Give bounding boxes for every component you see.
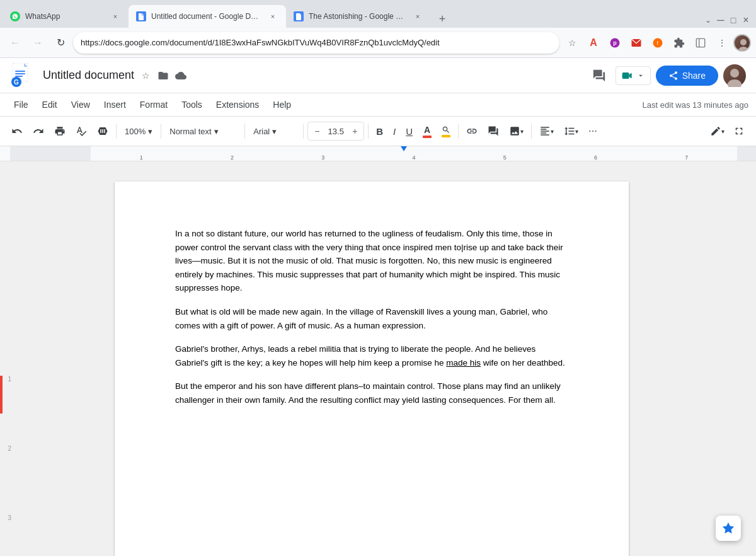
insert-image-button[interactable]: ▾	[505, 122, 527, 141]
spellcheck-button[interactable]	[72, 122, 91, 141]
sidebar-toggle-icon[interactable]	[690, 33, 711, 53]
document-title[interactable]: Untitled document	[43, 69, 134, 82]
docs-app-icon: G	[10, 62, 35, 90]
tab-whatsapp[interactable]: WhatsApp ×	[3, 5, 129, 28]
paragraph-1: In a not so distant future, our world ha…	[175, 227, 568, 295]
line-spacing-button[interactable]: ▾	[560, 122, 582, 141]
bold-label: B	[376, 126, 383, 137]
comments-button[interactable]	[588, 64, 610, 87]
browser-profile-avatar[interactable]	[733, 34, 751, 52]
window-controls: ⌄ ─ □ ×	[703, 15, 756, 28]
menu-tools[interactable]: Tools	[175, 97, 209, 112]
address-bar-row: ← → ↻ ☆ A p t ⋮	[0, 28, 756, 58]
forward-button[interactable]: →	[28, 33, 48, 53]
svg-rect-13	[15, 73, 25, 74]
docs-header: G Untitled document ☆	[0, 58, 756, 93]
redo-button[interactable]	[29, 122, 48, 141]
docs-user-avatar[interactable]	[723, 64, 746, 87]
cloud-save-icon[interactable]	[175, 69, 187, 82]
extension-icon-red[interactable]: A	[583, 33, 604, 53]
address-input[interactable]	[73, 32, 559, 54]
svg-rect-12	[15, 71, 25, 72]
extension-icon-orange[interactable]: t	[648, 33, 668, 53]
back-button[interactable]: ←	[5, 33, 25, 53]
new-tab-button[interactable]: +	[433, 10, 451, 28]
svg-point-18	[730, 69, 739, 78]
separator-2	[161, 124, 161, 139]
highlight-color-button[interactable]	[438, 122, 454, 141]
paragraph-3-underlined: made his	[446, 358, 481, 368]
menu-bar: File Edit View Insert Format Tools Exten…	[0, 93, 756, 116]
style-dropdown[interactable]: Normal text ▾	[165, 122, 241, 141]
gdocs-favicon-icon-2	[294, 11, 304, 21]
comment-indicator	[0, 376, 3, 414]
increase-font-size-button[interactable]: +	[348, 125, 361, 137]
text-color-button[interactable]: A	[419, 122, 435, 141]
extension-icon-email[interactable]	[626, 33, 646, 53]
menu-view[interactable]: View	[65, 97, 96, 112]
separator-4	[303, 124, 304, 139]
link-button[interactable]	[462, 122, 481, 141]
tab-astonishing[interactable]: The Astonishing - Google Docs ×	[286, 5, 431, 28]
minimize-icon[interactable]: ─	[716, 15, 726, 25]
reload-button[interactable]: ↻	[50, 33, 71, 53]
paragraph-3-text-part2: wife on her deathbed.	[481, 358, 565, 368]
zoom-dropdown[interactable]: 100% ▾	[120, 122, 157, 141]
paragraph-4-text: But the emperor and his son have differe…	[175, 381, 561, 405]
more-formatting-button[interactable]: ⋯	[585, 122, 601, 141]
font-size-input[interactable]	[324, 127, 347, 136]
svg-text:G: G	[14, 79, 19, 86]
meet-button[interactable]	[616, 66, 651, 85]
menu-format[interactable]: Format	[134, 97, 174, 112]
font-chevron-icon: ▾	[272, 127, 277, 136]
menu-insert[interactable]: Insert	[98, 97, 132, 112]
menu-help[interactable]: Help	[266, 97, 297, 112]
separator-3	[244, 124, 245, 139]
underline-label: U	[406, 126, 413, 137]
print-button[interactable]	[50, 122, 69, 141]
italic-button[interactable]: I	[389, 122, 399, 141]
tab-close-untitled[interactable]: ×	[267, 11, 278, 22]
menu-extensions[interactable]: Extensions	[210, 97, 265, 112]
tab-title-astonishing: The Astonishing - Google Docs	[309, 12, 407, 21]
paragraph-1-text: In a not so distant future, our world ha…	[175, 229, 563, 292]
paint-format-button[interactable]	[93, 122, 112, 141]
underline-button[interactable]: U	[402, 122, 416, 141]
chevron-down-icon[interactable]: ⌄	[703, 15, 713, 25]
editing-mode-button[interactable]: ▾	[706, 122, 728, 141]
browser-toolbar-icons: ☆ A p t ⋮	[562, 33, 751, 53]
decrease-font-size-button[interactable]: −	[311, 125, 323, 137]
maximize-icon[interactable]: □	[728, 15, 738, 25]
extensions-puzzle-icon[interactable]	[669, 33, 689, 53]
alignment-button[interactable]: ▾	[536, 122, 558, 141]
menu-edit[interactable]: Edit	[36, 97, 64, 112]
paragraph-3: Gabriel's brother, Arhys, leads a rebel …	[175, 342, 568, 369]
menu-file[interactable]: File	[8, 97, 35, 112]
star-icon[interactable]: ☆	[139, 69, 152, 82]
ai-assistant-button[interactable]	[716, 516, 741, 541]
tab-close-astonishing[interactable]: ×	[412, 11, 423, 22]
bold-button[interactable]: B	[372, 122, 387, 141]
svg-rect-17	[622, 72, 629, 79]
paragraph-4: But the emperor and his son have differe…	[175, 379, 568, 407]
close-window-icon[interactable]: ×	[741, 15, 751, 25]
font-family-dropdown[interactable]: Arial ▾	[249, 122, 299, 141]
extension-icon-purple[interactable]: p	[605, 33, 625, 53]
ruler: 1 2 3 4 5 6 7	[0, 146, 756, 161]
move-to-folder-icon[interactable]	[157, 69, 169, 82]
share-button[interactable]: Share	[656, 66, 718, 86]
document-content: In a not so distant future, our world ha…	[175, 227, 568, 407]
undo-button[interactable]	[8, 122, 26, 141]
editing-chevron-icon: ▾	[721, 128, 724, 135]
bookmark-icon[interactable]: ☆	[562, 33, 582, 53]
separator-5	[368, 124, 369, 139]
toolbar-right: ▾	[706, 122, 748, 141]
comment-inline-button[interactable]	[484, 122, 503, 141]
page-number-2: 2	[8, 445, 11, 452]
expand-toolbar-button[interactable]	[730, 122, 748, 141]
tab-close-whatsapp[interactable]: ×	[110, 11, 121, 22]
more-options-icon[interactable]: ⋮	[712, 33, 732, 53]
svg-point-7	[740, 39, 747, 45]
document-area[interactable]: 1 2 3 4 In a not so distant future, our …	[0, 161, 756, 556]
tab-untitled-doc[interactable]: Untitled document - Google Doc... ×	[129, 5, 286, 28]
